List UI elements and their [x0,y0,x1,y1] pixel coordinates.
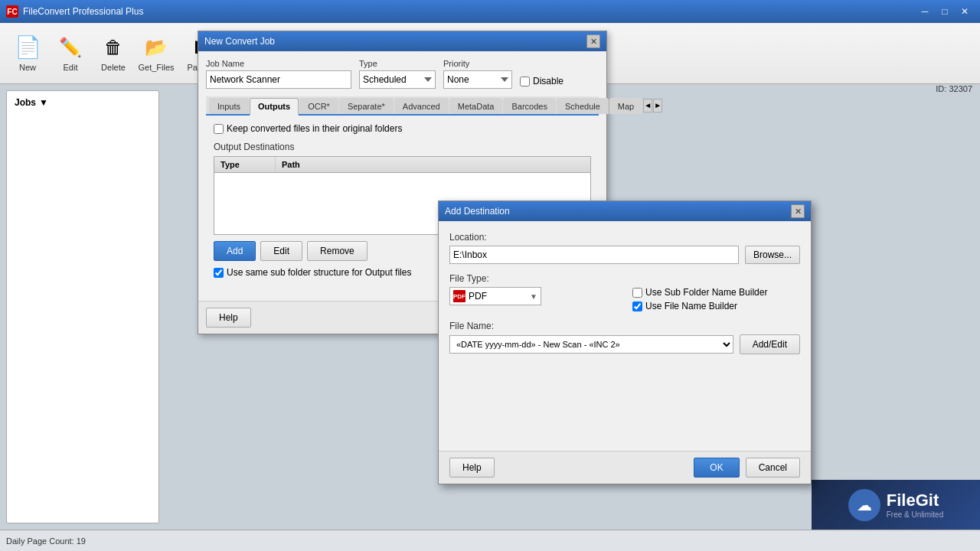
tab-outputs[interactable]: Outputs [250,98,299,116]
edit-icon: ✏️ [58,35,83,60]
get-files-button[interactable]: 📂 Get_Files [135,27,178,80]
add-dest-body: Location: Browse... File Type: PDF PDF ▼ [439,221,811,451]
job-name-input[interactable] [206,70,351,89]
file-name-label: File Name: [449,321,800,331]
dialog-tabs: Inputs Outputs OCR* Separate* Advanced M… [206,96,599,116]
tab-next-btn[interactable]: ► [653,99,662,112]
use-sub-folder-label: Use same sub folder structure for Output… [227,267,411,278]
tab-map[interactable]: Map [609,98,642,114]
path-column-header: Path [276,157,590,172]
new-icon: 📄 [15,35,40,60]
location-section: Location: Browse... [449,232,800,264]
file-type-value: PDF [469,291,487,302]
status-bar: Daily Page Count: 19 [0,530,980,551]
tab-prev-btn[interactable]: ◄ [643,99,652,112]
use-sub-folder-builder-label[interactable]: Use Sub Folder Name Builder [632,287,800,298]
brand-name: FileGit [887,491,943,510]
add-dest-close[interactable]: ✕ [791,204,805,218]
use-file-name-builder-label[interactable]: Use File Name Builder [632,301,800,311]
type-label: Type [359,59,436,68]
disable-checkbox[interactable] [520,77,530,86]
title-bar-controls: ─ □ ✕ [916,4,974,19]
builder-checkboxes: Use Sub Folder Name Builder Use File Nam… [632,273,800,311]
add-dest-title: Add Destination [445,206,510,217]
add-dest-footer: Help OK Cancel [439,451,811,484]
location-input[interactable] [449,246,739,264]
pdf-icon: PDF [453,290,466,302]
spacer [449,364,800,440]
jobs-chevron: ▼ [39,97,48,108]
delete-label: Delete [101,63,126,72]
job-name-group: Job Name [206,59,351,89]
id-label: ID: 32307 [936,84,972,93]
jobs-menu[interactable]: Jobs ▼ [10,94,155,111]
file-name-section: File Name: «DATE yyyy-mm-dd» - New Scan … [449,321,800,354]
jobs-label: Jobs [15,97,36,108]
edit-button[interactable]: ✏️ Edit [49,27,92,80]
app-icon: FC [6,5,18,18]
tab-inputs[interactable]: Inputs [209,98,249,114]
delete-button[interactable]: 🗑 Delete [92,27,135,80]
new-job-dialog-close[interactable]: ✕ [586,34,600,48]
disable-label[interactable]: Disable [520,76,564,86]
remove-destination-button[interactable]: Remove [307,241,368,261]
ok-button[interactable]: OK [694,458,739,478]
new-job-dialog-titlebar: New Convert Job ✕ [198,31,606,51]
edit-destination-button[interactable]: Edit [260,241,302,261]
app-title: FileConvert Professional Plus [23,6,143,17]
type-group: Type Scheduled Manual Watched Folder [359,59,436,89]
maximize-button[interactable]: □ [936,4,954,19]
keep-files-row: Keep converted files in their original f… [214,123,591,134]
type-select[interactable]: Scheduled Manual Watched Folder [359,70,436,89]
type-column-header: Type [214,157,276,172]
title-bar-left: FC FileConvert Professional Plus [6,5,143,18]
add-destination-dialog: Add Destination ✕ Location: Browse... Fi… [438,201,812,484]
file-type-col: File Type: PDF PDF ▼ [449,273,617,311]
file-type-chevron: ▼ [530,292,537,301]
new-job-dialog-title: New Convert Job [204,36,275,47]
job-name-label: Job Name [206,59,351,68]
edit-label: Edit [64,63,78,72]
tab-metadata[interactable]: MetaData [449,98,503,114]
new-job-help-button[interactable]: Help [206,308,251,328]
output-destinations-label: Output Destinations [214,142,591,152]
disable-group: Disable [520,76,564,89]
add-dest-help-button[interactable]: Help [449,458,495,478]
file-type-label: File Type: [449,273,617,284]
keep-files-checkbox[interactable] [214,124,224,134]
use-file-name-builder-checkbox[interactable] [632,302,642,311]
tab-barcodes[interactable]: Barcodes [503,98,555,114]
tab-schedule[interactable]: Schedule [557,98,609,114]
browse-button[interactable]: Browse... [745,246,800,264]
use-sub-folder-checkbox[interactable] [214,268,224,278]
tab-ocr[interactable]: OCR* [299,98,338,114]
use-file-name-builder-row: Use File Name Builder [632,301,800,311]
file-name-row: «DATE yyyy-mm-dd» - New Scan - «INC 2» A… [449,334,800,354]
get-files-icon: 📂 [144,35,168,60]
branding-panel: ☁ FileGit Free & Unlimited [812,480,980,530]
new-label: New [19,63,36,72]
footer-spacer [501,458,688,478]
file-type-section: File Type: PDF PDF ▼ Use Sub Folder Name… [449,273,800,311]
priority-group: Priority None Low Normal High [443,59,512,89]
tab-advanced[interactable]: Advanced [394,98,449,114]
tab-separate[interactable]: Separate* [339,98,394,114]
close-button[interactable]: ✕ [956,4,974,19]
new-button[interactable]: 📄 New [6,27,49,80]
table-header: Type Path [214,157,590,173]
new-job-top-row: Job Name Type Scheduled Manual Watched F… [206,59,599,89]
brand-text-group: FileGit Free & Unlimited [887,491,943,519]
add-edit-button[interactable]: Add/Edit [740,334,800,354]
minimize-button[interactable]: ─ [916,4,934,19]
priority-select[interactable]: None Low Normal High [443,70,512,89]
location-label: Location: [449,232,800,243]
delete-icon: 🗑 [101,35,126,60]
priority-label: Priority [443,59,512,68]
add-destination-button[interactable]: Add [214,241,256,261]
file-type-select[interactable]: PDF PDF ▼ [449,287,541,305]
cancel-button[interactable]: Cancel [746,458,800,478]
status-text: Daily Page Count: 19 [6,536,86,546]
file-name-select[interactable]: «DATE yyyy-mm-dd» - New Scan - «INC 2» [449,335,733,354]
brand-sub: Free & Unlimited [887,510,943,519]
use-sub-folder-builder-checkbox[interactable] [632,288,642,298]
